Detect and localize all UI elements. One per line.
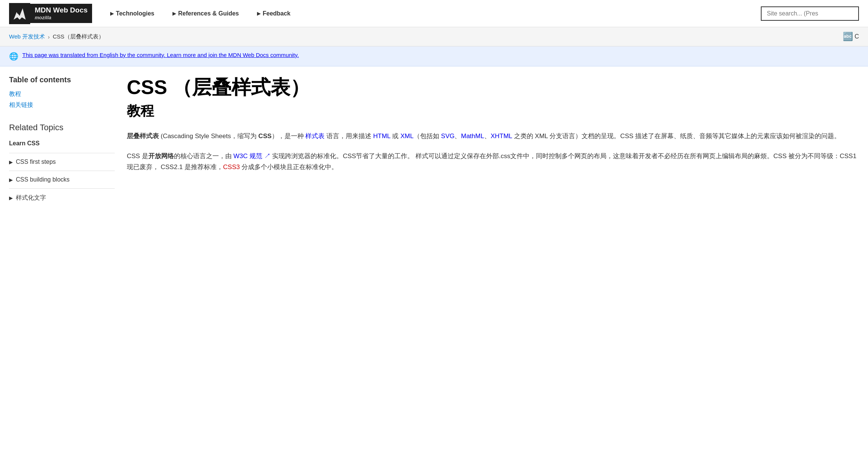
logo-area: MDN Web Docs mozilla bbox=[9, 3, 92, 24]
nav-technologies-label: Technologies bbox=[116, 10, 154, 17]
main-nav: ▶ Technologies ▶ References & Guides ▶ F… bbox=[110, 10, 761, 17]
translation-link[interactable]: This page was translated from English by… bbox=[22, 52, 299, 58]
intro-text-4: （包括如 bbox=[414, 132, 441, 140]
nav-feedback[interactable]: ▶ Feedback bbox=[257, 10, 291, 17]
svg-point-1 bbox=[17, 12, 18, 14]
svg-marker-0 bbox=[14, 8, 26, 20]
globe-icon: 🌐 bbox=[9, 52, 18, 61]
logo-text: MDN Web Docs mozilla bbox=[30, 4, 92, 23]
toc-link-related[interactable]: 相关链接 bbox=[9, 101, 115, 109]
translation-notice: 🌐 This page was translated from English … bbox=[0, 46, 868, 66]
logo-title: MDN Web Docs bbox=[35, 6, 88, 15]
toc-heading: Table of contents bbox=[9, 75, 115, 84]
link-mathml[interactable]: MathML bbox=[461, 132, 484, 140]
link-xhtml[interactable]: XHTML bbox=[491, 132, 512, 140]
learn-css-label: Learn CSS bbox=[9, 140, 115, 147]
link-stylesheet[interactable]: 样式表 bbox=[305, 132, 325, 140]
sidebar-item-styling-text[interactable]: ▶ 样式化文字 bbox=[9, 188, 115, 207]
breadcrumb: Web 开发技术 › CSS（层叠样式表） bbox=[9, 33, 104, 40]
para2-text-3: 分成多个小模块且正在标准化中。 bbox=[240, 163, 338, 171]
nav-technologies-arrow: ▶ bbox=[110, 11, 114, 16]
site-header: MDN Web Docs mozilla ▶ Technologies ▶ Re… bbox=[0, 0, 868, 27]
nav-references-arrow: ▶ bbox=[172, 11, 176, 16]
intro-text-2: 语言，用来描述 bbox=[325, 132, 373, 140]
link-html[interactable]: HTML bbox=[373, 132, 391, 140]
search-input[interactable] bbox=[761, 6, 859, 21]
sidebar-arrow-1: ▶ bbox=[9, 159, 13, 165]
sidebar-item-label-2: CSS building blocks bbox=[16, 176, 69, 183]
main-layout: Table of contents 教程 相关链接 Related Topics… bbox=[0, 66, 868, 216]
section-title: 教程 bbox=[127, 102, 859, 120]
intro-text-3: 或 bbox=[390, 132, 400, 140]
nav-feedback-arrow: ▶ bbox=[257, 11, 260, 16]
sidebar: Table of contents 教程 相关链接 Related Topics… bbox=[9, 75, 115, 207]
intro-text-5: 、 bbox=[454, 132, 461, 140]
link-css3[interactable]: CSS3 bbox=[223, 163, 240, 171]
main-content: CSS （层叠样式表） 教程 层叠样式表 (Cascading Style Sh… bbox=[127, 75, 859, 207]
intro-text-6: 、 bbox=[484, 132, 491, 140]
sidebar-item-label-3: 样式化文字 bbox=[16, 194, 46, 202]
link-w3c[interactable]: W3C 规范 ↗ bbox=[233, 152, 270, 160]
sidebar-arrow-2: ▶ bbox=[9, 177, 13, 183]
related-topics-heading: Related Topics bbox=[9, 123, 115, 132]
open-web-bold: 开放网络 bbox=[148, 152, 174, 160]
intro-paragraph: 层叠样式表 (Cascading Style Sheets，缩写为 CSS），是… bbox=[127, 131, 859, 142]
intro-bold-1: 层叠样式表 bbox=[127, 132, 159, 140]
intro-text-1: 层叠样式表 (Cascading Style Sheets，缩写为 CSS），是… bbox=[127, 132, 305, 140]
sidebar-item-first-steps[interactable]: ▶ CSS first steps bbox=[9, 153, 115, 171]
lang-label: C bbox=[854, 33, 859, 40]
language-icon[interactable]: 🔤 C bbox=[843, 32, 859, 42]
translate-icon: 🔤 bbox=[843, 32, 853, 42]
breadcrumb-separator: › bbox=[48, 34, 50, 40]
nav-references[interactable]: ▶ References & Guides bbox=[172, 10, 239, 17]
logo-subtitle: mozilla bbox=[35, 15, 51, 21]
breadcrumb-bar: Web 开发技术 › CSS（层叠样式表） 🔤 C bbox=[0, 27, 868, 46]
link-svg[interactable]: SVG bbox=[441, 132, 455, 140]
nav-references-label: References & Guides bbox=[178, 10, 239, 17]
toc-link-tutorials[interactable]: 教程 bbox=[9, 90, 115, 98]
sidebar-arrow-3: ▶ bbox=[9, 195, 13, 201]
nav-feedback-label: Feedback bbox=[263, 10, 291, 17]
breadcrumb-current: CSS（层叠样式表） bbox=[53, 33, 104, 40]
para2-text-1: CSS 是开放网络的核心语言之一，由 bbox=[127, 152, 233, 160]
sidebar-item-building-blocks[interactable]: ▶ CSS building blocks bbox=[9, 171, 115, 188]
link-xml[interactable]: XML bbox=[400, 132, 414, 140]
second-paragraph: CSS 是开放网络的核心语言之一，由 W3C 规范 ↗ 实现跨浏览器的标准化。C… bbox=[127, 151, 859, 173]
translation-text: This page was translated from English by… bbox=[22, 52, 299, 58]
page-title: CSS （层叠样式表） bbox=[127, 75, 859, 99]
sidebar-item-label-1: CSS first steps bbox=[16, 159, 56, 165]
logo-wolf-icon bbox=[9, 3, 30, 24]
breadcrumb-parent[interactable]: Web 开发技术 bbox=[9, 33, 45, 40]
intro-text-7: 之类的 XML 分支语言）文档的呈现。CSS 描述了在屏幕、纸质、音频等其它媒体… bbox=[512, 132, 840, 140]
nav-technologies[interactable]: ▶ Technologies bbox=[110, 10, 154, 17]
css-abbr: CSS bbox=[259, 132, 272, 140]
